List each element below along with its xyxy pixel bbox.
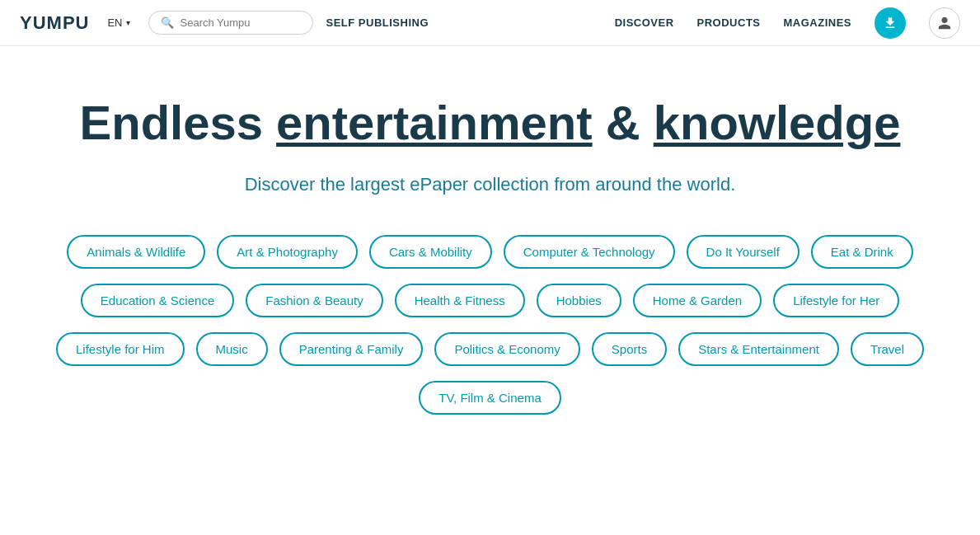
- category-tag[interactable]: Art & Photography: [217, 235, 358, 269]
- upload-button[interactable]: [874, 7, 906, 39]
- chevron-down-icon: ▾: [126, 18, 130, 27]
- category-tag[interactable]: Health & Fitness: [395, 284, 525, 317]
- category-tag[interactable]: Hobbies: [537, 284, 621, 317]
- nav-products[interactable]: PRODUCTS: [697, 16, 761, 29]
- category-tag[interactable]: Computer & Technology: [504, 235, 675, 269]
- category-tag[interactable]: Politics & Economy: [434, 332, 579, 366]
- site-header: YUMPU EN ▾ 🔍 SELF PUBLISHING DISCOVER PR…: [0, 0, 980, 46]
- sub-headline: Discover the largest ePaper collection f…: [245, 174, 736, 195]
- category-tag[interactable]: Education & Science: [81, 284, 234, 317]
- knowledge-link[interactable]: knowledge: [654, 96, 901, 149]
- category-tag[interactable]: Eat & Drink: [811, 235, 913, 269]
- category-tag[interactable]: Parenting & Family: [279, 332, 424, 366]
- category-tag[interactable]: Cars & Mobility: [369, 235, 492, 269]
- category-tag[interactable]: Stars & Entertainment: [678, 332, 839, 366]
- headline-prefix: Endless: [80, 96, 277, 149]
- tags-row-1: Animals & WildlifeArt & PhotographyCars …: [67, 235, 912, 269]
- category-tag[interactable]: Travel: [851, 332, 924, 366]
- tags-row-2: Education & ScienceFashion & BeautyHealt…: [81, 284, 899, 317]
- category-tag[interactable]: Lifestyle for Him: [56, 332, 185, 366]
- user-button[interactable]: [929, 7, 960, 39]
- main-nav: DISCOVER PRODUCTS MAGAZINES: [615, 7, 960, 39]
- category-tag[interactable]: Home & Garden: [633, 284, 762, 317]
- search-icon: 🔍: [161, 16, 174, 29]
- nav-discover[interactable]: DISCOVER: [615, 16, 674, 29]
- tags-container: Animals & WildlifeArt & PhotographyCars …: [37, 235, 944, 415]
- category-tag[interactable]: Do It Yourself: [687, 235, 799, 269]
- search-input[interactable]: [181, 16, 301, 29]
- upload-icon: [883, 16, 898, 31]
- logo[interactable]: YUMPU: [20, 12, 89, 34]
- category-tag[interactable]: Music: [196, 332, 268, 366]
- nav-magazines[interactable]: MAGAZINES: [784, 16, 852, 29]
- main-content: Endless entertainment & knowledge Discov…: [0, 46, 980, 448]
- headline-middle: &: [593, 96, 654, 149]
- language-selector[interactable]: EN ▾: [102, 13, 134, 32]
- category-tag[interactable]: Lifestyle for Her: [773, 284, 899, 317]
- tags-row-4: TV, Film & Cinema: [419, 381, 560, 415]
- category-tag[interactable]: TV, Film & Cinema: [419, 381, 560, 415]
- lang-label: EN: [107, 16, 122, 29]
- entertainment-link[interactable]: entertainment: [276, 96, 593, 149]
- tags-row-3: Lifestyle for HimMusicParenting & Family…: [56, 332, 924, 366]
- main-headline: Endless entertainment & knowledge: [80, 96, 901, 151]
- category-tag[interactable]: Fashion & Beauty: [246, 284, 382, 317]
- self-publishing-link[interactable]: SELF PUBLISHING: [326, 16, 429, 29]
- search-bar: 🔍: [148, 11, 313, 35]
- user-icon: [937, 16, 952, 31]
- category-tag[interactable]: Animals & Wildlife: [67, 235, 205, 269]
- category-tag[interactable]: Sports: [592, 332, 667, 366]
